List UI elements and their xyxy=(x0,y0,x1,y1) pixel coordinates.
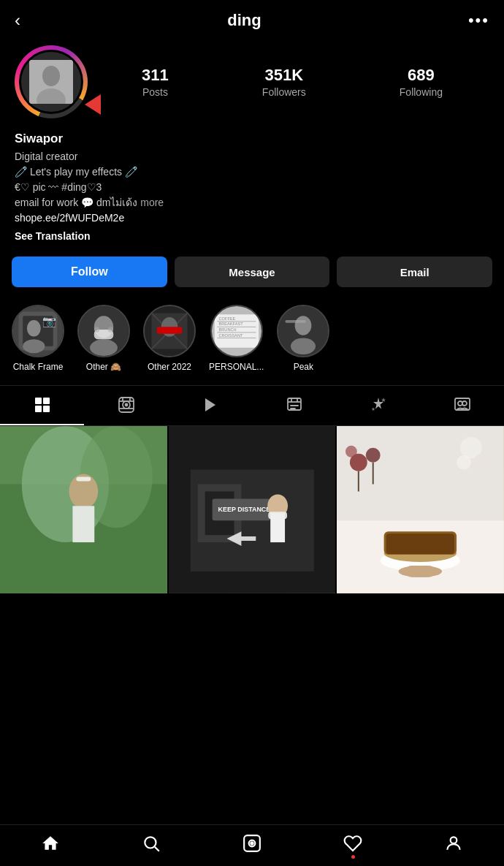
highlight-label-personal: PERSONAL... xyxy=(209,362,264,372)
tab-reels[interactable] xyxy=(84,386,168,425)
personal-thumb: COFFEE BREAKFAST BRUNCH CROISSANT xyxy=(212,305,261,357)
highlight-personal[interactable]: COFFEE BREAKFAST BRUNCH CROISSANT PERSON… xyxy=(209,305,264,372)
photo-grid: KEEP DISTANCE xyxy=(0,426,504,593)
svg-point-42 xyxy=(125,404,127,406)
highlight-label-chalk: Chalk Frame xyxy=(13,362,64,372)
highlights-section: 📷 Chalk Frame Other 🙈 xyxy=(0,299,504,382)
bio-line1: Digital creator xyxy=(15,151,77,162)
tab-collab[interactable] xyxy=(420,386,504,425)
reels-icon xyxy=(118,396,135,414)
svg-rect-71 xyxy=(268,512,287,519)
highlight-circle-peak xyxy=(277,305,329,357)
other-thumb xyxy=(79,305,129,357)
highlight-other[interactable]: Other 🙈 xyxy=(77,305,130,372)
grid-item-3[interactable] xyxy=(337,426,504,593)
posts-count: 311 xyxy=(142,66,169,85)
highlight-other-2022[interactable]: Other 2022 xyxy=(143,305,196,372)
svg-marker-47 xyxy=(205,398,215,411)
nav-reels[interactable] xyxy=(243,834,261,853)
tab-tagged[interactable] xyxy=(252,386,336,425)
bio-link[interactable]: shope.ee/2fWUFDeM2e xyxy=(15,212,124,224)
tab-grid[interactable] xyxy=(0,386,84,425)
bio-text: Digital creator 🧷 Let's play my effects … xyxy=(15,149,489,226)
svg-point-89 xyxy=(145,837,156,848)
top-nav: ‹ ding ••• xyxy=(0,0,504,38)
svg-text:KEEP DISTANCE: KEEP DISTANCE xyxy=(218,506,270,513)
back-button[interactable]: ‹ xyxy=(15,10,20,31)
tab-video[interactable] xyxy=(168,386,252,425)
bottom-nav xyxy=(0,824,504,866)
peak-thumb xyxy=(278,305,328,357)
chalk-thumb: 📷 xyxy=(13,305,63,357)
svg-point-93 xyxy=(251,842,253,844)
bio-line2: 🧷 Let's play my effects 🧷 xyxy=(15,166,137,178)
svg-rect-88 xyxy=(406,566,435,577)
highlight-circle-other xyxy=(77,305,130,357)
posts-label: Posts xyxy=(142,86,168,98)
svg-point-53 xyxy=(458,401,462,406)
svg-rect-36 xyxy=(35,398,42,404)
other2022-thumb xyxy=(145,305,194,357)
nav-likes[interactable] xyxy=(343,834,362,853)
highlight-label-other2022: Other 2022 xyxy=(148,362,191,372)
avatar-wrapper[interactable] xyxy=(15,45,88,118)
highlight-circle-other2022 xyxy=(143,305,196,357)
followers-label: Followers xyxy=(262,86,306,98)
profile-photo xyxy=(29,60,73,104)
svg-point-12 xyxy=(90,339,118,356)
svg-rect-39 xyxy=(43,406,50,412)
bio-more-link[interactable]: more xyxy=(140,197,164,208)
stat-posts[interactable]: 311 Posts xyxy=(142,66,169,98)
svg-text:BREAKFAST: BREAKFAST xyxy=(218,322,243,326)
svg-point-76 xyxy=(366,448,381,463)
email-button[interactable]: Email xyxy=(337,257,492,287)
collab-icon xyxy=(454,396,471,414)
svg-text:BRUNCH: BRUNCH xyxy=(218,327,236,332)
svg-point-81 xyxy=(473,454,491,471)
avatar-ring xyxy=(15,45,88,118)
notification-dot xyxy=(351,855,355,859)
bio-name: Siwapor xyxy=(15,132,489,146)
nav-home[interactable] xyxy=(41,834,60,853)
svg-point-7 xyxy=(27,320,41,337)
effects-icon xyxy=(370,396,387,414)
grid-item-1[interactable] xyxy=(0,426,167,593)
nav-profile[interactable] xyxy=(444,834,463,853)
svg-line-90 xyxy=(155,847,159,851)
more-options-button[interactable]: ••• xyxy=(468,11,489,30)
svg-text:CROISSANT: CROISSANT xyxy=(218,333,243,338)
bio-section: Siwapor Digital creator 🧷 Let's play my … xyxy=(0,129,504,252)
svg-point-33 xyxy=(295,316,312,335)
highlight-circle-personal: COFFEE BREAKFAST BRUNCH CROISSANT xyxy=(210,305,263,357)
stat-following[interactable]: 689 Following xyxy=(400,66,443,98)
tagged-icon xyxy=(286,396,303,414)
home-icon xyxy=(41,834,60,853)
grid-icon xyxy=(34,396,51,414)
profile-username: ding xyxy=(227,11,261,30)
video-icon xyxy=(202,396,219,414)
bio-line4: email for work 💬 dmไม่เด้ง xyxy=(15,197,137,208)
message-button[interactable]: Message xyxy=(175,257,330,287)
heart-icon xyxy=(343,834,362,853)
bio-line3: €♡ pic 〰 #ding♡3 xyxy=(15,181,102,193)
highlight-label-other: Other 🙈 xyxy=(86,362,121,372)
svg-rect-21 xyxy=(157,327,182,333)
svg-point-1 xyxy=(42,66,60,86)
grid-item-2[interactable]: KEEP DISTANCE xyxy=(169,426,336,593)
nav-search[interactable] xyxy=(142,834,161,853)
avatar xyxy=(19,50,83,114)
highlight-peak[interactable]: Peak xyxy=(277,305,329,372)
svg-text:📷: 📷 xyxy=(42,314,56,328)
see-translation-button[interactable]: See Translation xyxy=(15,230,489,242)
tab-effects[interactable] xyxy=(336,386,420,425)
highlight-chalk-frame[interactable]: 📷 Chalk Frame xyxy=(12,305,64,372)
follow-button[interactable]: Follow xyxy=(12,257,167,287)
svg-point-8 xyxy=(23,339,45,353)
svg-point-94 xyxy=(451,837,457,843)
highlight-circle-chalk: 📷 xyxy=(12,305,64,357)
search-icon xyxy=(142,834,161,853)
following-count: 689 xyxy=(408,66,435,85)
followers-count: 351K xyxy=(264,66,303,85)
stat-followers[interactable]: 351K Followers xyxy=(262,66,306,98)
svg-point-82 xyxy=(457,455,471,470)
